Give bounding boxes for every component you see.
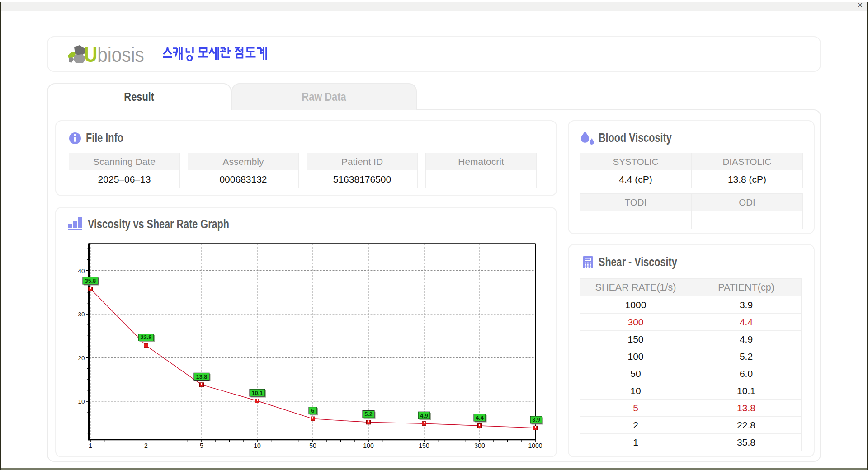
- svg-text:13.8: 13.8: [196, 374, 207, 380]
- svg-text:3.9: 3.9: [532, 417, 540, 423]
- svg-text:300: 300: [474, 442, 485, 449]
- svg-text:50: 50: [309, 442, 316, 449]
- svg-text:1: 1: [89, 442, 92, 449]
- svg-text:4.9: 4.9: [420, 413, 428, 419]
- svg-text:5: 5: [200, 442, 203, 449]
- svg-text:150: 150: [419, 442, 429, 449]
- svg-text:6: 6: [311, 408, 315, 414]
- svg-text:1000: 1000: [528, 442, 542, 449]
- svg-text:10.1: 10.1: [252, 390, 263, 396]
- svg-text:22.8: 22.8: [141, 334, 151, 341]
- svg-text:30: 30: [78, 311, 85, 318]
- svg-text:35.8: 35.8: [85, 278, 96, 284]
- svg-text:10: 10: [78, 398, 85, 405]
- svg-text:40: 40: [78, 268, 85, 274]
- svg-text:100: 100: [363, 442, 374, 449]
- svg-text:5.2: 5.2: [364, 411, 372, 418]
- svg-text:20: 20: [78, 355, 85, 362]
- svg-text:2: 2: [144, 442, 148, 449]
- svg-text:10: 10: [254, 442, 261, 449]
- svg-text:4.4: 4.4: [476, 415, 483, 421]
